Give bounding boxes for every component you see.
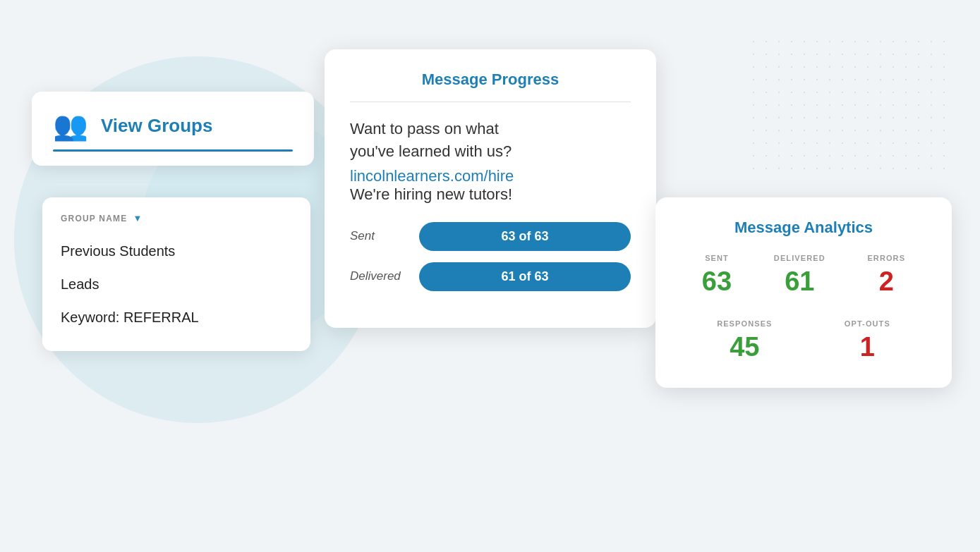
view-groups-card[interactable]: 👥 View Groups [32, 92, 314, 166]
optouts-col: OPT-OUTS 1 [845, 319, 890, 362]
groups-list-card: GROUP NAME ▼ Previous Students Leads Key… [42, 197, 310, 351]
sent-value: 63 [702, 266, 732, 297]
analytics-title: Message Analytics [681, 219, 926, 237]
responses-col: RESPONSES 45 [717, 319, 772, 362]
list-item[interactable]: Leads [61, 269, 292, 300]
sent-col-label: SENT [705, 254, 729, 262]
optouts-value: 1 [860, 332, 875, 362]
message-progress-card: Message Progress Want to pass on what yo… [325, 49, 656, 328]
responses-col-label: RESPONSES [717, 319, 772, 328]
message-body-line1: Want to pass on what you've learned with… [350, 118, 631, 163]
view-groups-label: View Groups [101, 115, 212, 137]
sent-col: SENT 63 [702, 254, 732, 297]
delivered-label: Delivered [350, 269, 406, 283]
errors-col-label: ERRORS [867, 254, 905, 262]
sent-label: Sent [350, 229, 406, 243]
delivered-value: 61 [785, 266, 814, 297]
view-groups-underline [53, 149, 293, 152]
sent-progress-row: Sent 63 of 63 [350, 222, 631, 251]
groups-icon: 👥 [53, 111, 88, 140]
analytics-top-row: SENT 63 DELIVERED 61 ERRORS 2 [681, 254, 926, 297]
analytics-bottom-row: RESPONSES 45 OPT-OUTS 1 [681, 319, 926, 362]
message-progress-title: Message Progress [350, 70, 631, 89]
delivered-progress-row: Delivered 61 of 63 [350, 262, 631, 291]
optouts-col-label: OPT-OUTS [845, 319, 890, 328]
group-name-header: GROUP NAME ▼ [61, 213, 292, 223]
list-item[interactable]: Previous Students [61, 236, 292, 266]
analytics-card: Message Analytics SENT 63 DELIVERED 61 E… [655, 197, 952, 388]
list-item[interactable]: Keyword: REFERRAL [61, 302, 292, 333]
delivered-pill: 61 of 63 [419, 262, 631, 291]
bg-dots-pattern [747, 35, 945, 176]
delivered-col-label: DELIVERED [774, 254, 825, 262]
group-name-column-header: GROUP NAME [61, 214, 127, 223]
divider [350, 102, 631, 102]
delivered-col: DELIVERED 61 [774, 254, 825, 297]
errors-col: ERRORS 2 [867, 254, 905, 297]
sent-pill: 63 of 63 [419, 222, 631, 251]
message-link[interactable]: lincolnlearners.com/hire [350, 167, 631, 185]
dropdown-arrow-icon[interactable]: ▼ [133, 213, 142, 223]
responses-value: 45 [730, 332, 759, 362]
errors-value: 2 [879, 266, 894, 297]
message-body-extra: We're hiring new tutors! [350, 185, 631, 204]
